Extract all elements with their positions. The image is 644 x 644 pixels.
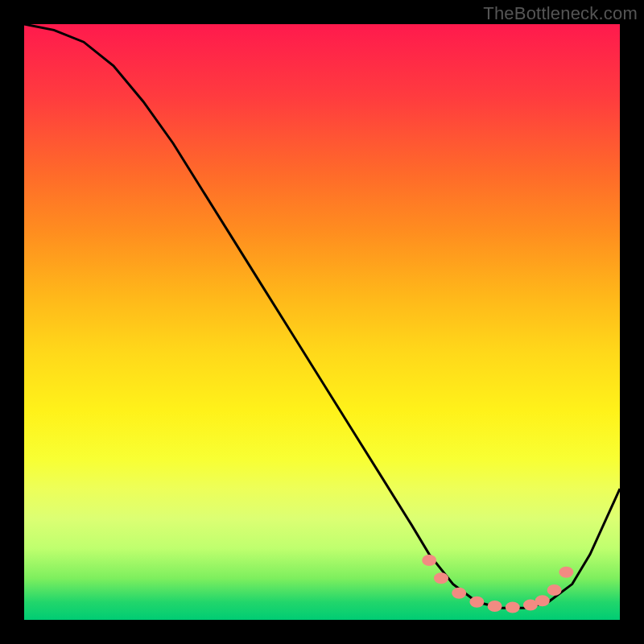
curve-svg — [24, 24, 620, 620]
marker-dot — [452, 588, 466, 599]
marker-dot — [488, 601, 502, 612]
marker-dot — [506, 602, 520, 613]
marker-dot — [469, 597, 484, 608]
marker-dot — [547, 584, 562, 596]
chart-frame: TheBottleneck.com — [0, 0, 644, 644]
marker-dots — [422, 555, 573, 613]
marker-dot — [535, 595, 550, 606]
marker-dot — [434, 572, 448, 584]
marker-dot — [422, 555, 436, 566]
bottleneck-curve — [24, 24, 620, 608]
plot-area — [24, 24, 620, 620]
watermark-text: TheBottleneck.com — [483, 3, 638, 24]
marker-dot — [559, 567, 573, 578]
